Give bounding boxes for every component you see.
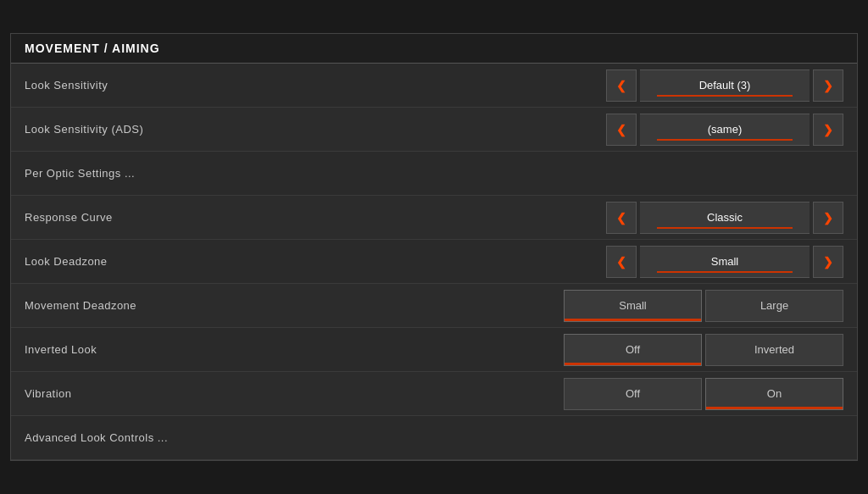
row-look-deadzone: Look Deadzone ❮ Small ❯ (11, 240, 857, 284)
row-per-optic-settings[interactable]: Per Optic Settings ... (11, 152, 857, 196)
movement-deadzone-small[interactable]: Small (564, 290, 702, 322)
chevron-right-icon-ads: ❯ (823, 123, 833, 136)
movement-deadzone-toggle: Small Large (564, 290, 843, 322)
chevron-left-icon: ❮ (616, 79, 626, 92)
movement-deadzone-label: Movement Deadzone (25, 299, 136, 312)
look-sensitivity-ads-prev[interactable]: ❮ (606, 114, 637, 146)
row-response-curve: Response Curve ❮ Classic ❯ (11, 196, 857, 240)
look-sensitivity-ads-value-display: (same) (640, 114, 810, 146)
advanced-look-controls-label: Advanced Look Controls ... (25, 431, 168, 444)
inverted-look-off[interactable]: Off (564, 334, 702, 366)
look-deadzone-value-display: Small (640, 246, 810, 278)
look-deadzone-label: Look Deadzone (25, 255, 108, 268)
look-deadzone-control: ❮ Small ❯ (606, 246, 843, 278)
vibration-on[interactable]: On (705, 378, 843, 410)
look-deadzone-underline (657, 271, 793, 273)
row-look-sensitivity-ads: Look Sensitivity (ADS) ❮ (same) ❯ (11, 108, 857, 152)
row-vibration: Vibration Off On (11, 372, 857, 416)
vibration-off[interactable]: Off (564, 378, 702, 410)
response-curve-next[interactable]: ❯ (813, 202, 843, 234)
response-curve-label: Response Curve (25, 211, 113, 224)
inverted-look-inverted[interactable]: Inverted (705, 334, 843, 366)
response-curve-prev[interactable]: ❮ (606, 202, 637, 234)
vibration-toggle: Off On (564, 378, 843, 410)
row-movement-deadzone: Movement Deadzone Small Large (11, 284, 857, 328)
chevron-right-icon: ❯ (823, 79, 833, 92)
panel-title: MOVEMENT / AIMING (25, 42, 160, 55)
look-sensitivity-label: Look Sensitivity (25, 79, 108, 92)
response-curve-control: ❮ Classic ❯ (606, 202, 843, 234)
chevron-left-icon-ld: ❮ (616, 255, 626, 269)
look-sensitivity-control: ❮ Default (3) ❯ (606, 69, 843, 102)
chevron-right-icon-rc: ❯ (823, 211, 833, 225)
chevron-left-icon-ads: ❮ (616, 123, 626, 136)
inverted-look-toggle: Off Inverted (564, 334, 843, 366)
look-sensitivity-ads-label: Look Sensitivity (ADS) (25, 123, 143, 136)
chevron-left-icon-rc: ❮ (616, 211, 626, 225)
look-sensitivity-ads-value: (same) (708, 123, 742, 136)
look-sensitivity-ads-next[interactable]: ❯ (813, 114, 843, 146)
row-look-sensitivity: Look Sensitivity ❮ Default (3) ❯ (11, 64, 857, 108)
vibration-label: Vibration (25, 387, 72, 400)
response-curve-value: Classic (707, 211, 743, 224)
look-sensitivity-ads-underline (657, 139, 793, 141)
inverted-look-label: Inverted Look (25, 343, 97, 356)
look-sensitivity-underline (657, 95, 793, 97)
row-advanced-look-controls[interactable]: Advanced Look Controls ... (11, 416, 857, 460)
panel-header: MOVEMENT / AIMING (11, 34, 857, 64)
movement-deadzone-large[interactable]: Large (705, 290, 843, 322)
row-inverted-look: Inverted Look Off Inverted (11, 328, 857, 372)
per-optic-settings-label: Per Optic Settings ... (25, 167, 135, 180)
look-deadzone-value: Small (711, 255, 739, 268)
settings-panel: MOVEMENT / AIMING Look Sensitivity ❮ Def… (10, 33, 858, 461)
look-sensitivity-next[interactable]: ❯ (813, 69, 843, 102)
chevron-right-icon-ld: ❯ (823, 255, 833, 269)
look-deadzone-prev[interactable]: ❮ (606, 246, 637, 278)
look-sensitivity-value: Default (3) (699, 79, 751, 92)
response-curve-value-display: Classic (640, 202, 810, 234)
response-curve-underline (657, 227, 793, 229)
look-sensitivity-ads-control: ❮ (same) ❯ (606, 114, 843, 146)
look-sensitivity-prev[interactable]: ❮ (606, 69, 637, 102)
look-deadzone-next[interactable]: ❯ (813, 246, 843, 278)
look-sensitivity-value-display: Default (3) (640, 69, 810, 102)
